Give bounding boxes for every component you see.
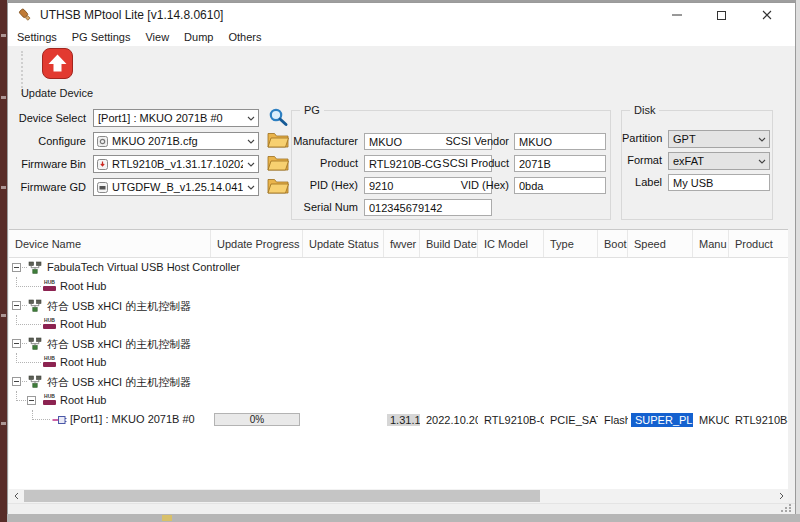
column-type[interactable]: Type xyxy=(544,230,598,257)
usb-controller-icon xyxy=(28,261,42,274)
menu-others[interactable]: Others xyxy=(228,31,261,43)
scsi-vendor-field[interactable] xyxy=(514,133,606,150)
close-button[interactable] xyxy=(744,3,789,27)
tree-row-controller[interactable]: 符合 USB xHCI 的主机控制器 xyxy=(9,296,788,315)
background-bottom-strip xyxy=(7,514,800,522)
device-cell-update-status xyxy=(303,410,384,429)
folder-icon xyxy=(267,154,289,174)
update-device-button[interactable]: Update Device xyxy=(20,48,94,99)
firmware-gd-dropdown[interactable]: UTGDFW_B_v1.25.14.041521.bin xyxy=(93,178,259,196)
usb-stick-icon xyxy=(18,8,33,23)
maximize-button[interactable] xyxy=(699,3,744,27)
device-select-label: Device Select xyxy=(16,109,86,127)
scrollbar-thumb[interactable] xyxy=(24,490,540,502)
title-bar: UTHSB MPtool Lite [v1.14.8.0610] xyxy=(8,3,795,27)
column-fwver[interactable]: fwver xyxy=(384,230,420,257)
column-product[interactable]: Product xyxy=(729,230,788,257)
status-bar xyxy=(8,503,795,514)
tree-row-root-hub[interactable]: HUB Root Hub xyxy=(9,353,788,372)
tree-row-controller[interactable]: 符合 USB xHCI 的主机控制器 xyxy=(9,334,788,353)
fwver-value: 1.31.17 xyxy=(387,414,420,426)
tree-node-label: Root Hub xyxy=(60,318,106,330)
background-window-left-strip xyxy=(0,0,7,522)
column-boot[interactable]: Boot xyxy=(598,230,628,257)
root-hub-icon: HUB xyxy=(42,356,57,367)
device-select-row: Device Select [Port1] : MKUO 2071B #0 xyxy=(16,109,286,127)
column-build-date[interactable]: Build Date xyxy=(420,230,478,257)
vid-hex-field[interactable] xyxy=(514,177,606,194)
scroll-right-arrow-icon[interactable] xyxy=(774,489,788,503)
collapse-toggle-icon[interactable] xyxy=(12,377,21,386)
firmware-bin-row: Firmware Bin RTL9210B_v1.31.17.102022.bi… xyxy=(16,155,286,173)
usb-controller-icon xyxy=(28,375,42,388)
firmware-bin-label: Firmware Bin xyxy=(16,155,86,173)
tree-row-root-hub[interactable]: HUB Root Hub xyxy=(9,315,788,334)
tree-row-root-hub[interactable]: HUB Root Hub xyxy=(9,277,788,296)
pid-hex-label: PID (Hex) xyxy=(292,177,358,194)
volume-label-field[interactable] xyxy=(668,174,770,191)
table-header: Device Name Update Progress Update Statu… xyxy=(9,230,788,258)
menu-pg-settings[interactable]: PG Settings xyxy=(72,31,131,43)
update-progress-bar: 0% xyxy=(214,413,300,426)
vid-hex-label: VID (Hex) xyxy=(437,177,509,194)
pg-legend: PG xyxy=(300,104,324,116)
serial-num-field[interactable] xyxy=(364,199,492,216)
collapse-toggle-icon[interactable] xyxy=(27,396,36,405)
tree-node-label: 符合 USB xHCI 的主机控制器 xyxy=(47,299,191,314)
browse-configure-button[interactable] xyxy=(264,130,292,152)
menu-bar: Settings PG Settings View Dump Others xyxy=(8,27,795,46)
window-title: UTHSB MPtool Lite [v1.14.8.0610] xyxy=(40,8,223,22)
label-label: Label xyxy=(622,174,662,191)
tree-row-controller[interactable]: 符合 USB xHCI 的主机控制器 xyxy=(9,372,788,391)
minimize-button[interactable] xyxy=(654,3,699,27)
product-label: Product xyxy=(292,155,358,172)
scsi-product-field[interactable] xyxy=(514,155,606,172)
firmware-gd-row: Firmware GD UTGDFW_B_v1.25.14.041521.bin xyxy=(16,178,286,196)
background-glyph xyxy=(1,422,6,425)
menu-settings[interactable]: Settings xyxy=(17,31,57,43)
column-ic-model[interactable]: IC Model xyxy=(478,230,544,257)
search-icon xyxy=(267,107,289,130)
menu-view[interactable]: View xyxy=(145,31,169,43)
device-cell-type: PCIE_SATA xyxy=(544,410,598,429)
configure-dropdown[interactable]: MKUO 2071B.cfg xyxy=(93,132,259,150)
chevron-down-icon xyxy=(243,185,258,190)
chevron-down-icon xyxy=(243,139,258,144)
tree-node-label: Root Hub xyxy=(60,280,106,292)
update-device-label: Update Device xyxy=(21,87,93,99)
serial-num-label: Serial Num xyxy=(292,199,358,216)
chevron-down-icon xyxy=(243,116,258,121)
device-cell-manu: MKUO xyxy=(693,410,729,429)
background-glyph xyxy=(1,96,6,99)
tree-row-root-hub[interactable]: HUB Root Hub xyxy=(9,391,788,410)
column-speed[interactable]: Speed xyxy=(628,230,693,257)
collapse-toggle-icon[interactable] xyxy=(12,339,21,348)
table-body: FabulaTech Virtual USB Host Controller H… xyxy=(9,258,788,429)
root-hub-icon: HUB xyxy=(42,280,57,291)
root-hub-icon: HUB xyxy=(42,318,57,329)
tree-row-device[interactable]: [Port1] : MKUO 2071B #0 0% 1.31.17 2022.… xyxy=(9,410,788,429)
column-update-status[interactable]: Update Status xyxy=(303,230,384,257)
horizontal-scrollbar[interactable] xyxy=(9,489,788,503)
device-node-label: [Port1] : MKUO 2071B #0 xyxy=(70,413,195,425)
menu-dump[interactable]: Dump xyxy=(184,31,213,43)
collapse-toggle-icon[interactable] xyxy=(12,301,21,310)
scroll-left-arrow-icon[interactable] xyxy=(9,489,23,503)
usb-device-icon xyxy=(52,414,67,426)
tree-row-controller[interactable]: FabulaTech Virtual USB Host Controller xyxy=(9,258,788,277)
column-device-name[interactable]: Device Name xyxy=(9,230,211,257)
search-device-button[interactable] xyxy=(264,107,292,129)
background-glyph xyxy=(1,314,6,317)
format-dropdown[interactable]: exFAT xyxy=(668,152,770,170)
column-update-progress[interactable]: Update Progress xyxy=(211,230,303,257)
device-select-dropdown[interactable]: [Port1] : MKUO 2071B #0 xyxy=(93,109,259,127)
browse-firmware-bin-button[interactable] xyxy=(264,153,292,175)
device-cell-product: RTL9210B-CG xyxy=(729,410,788,429)
device-cell-speed: SUPER_PLUS xyxy=(628,410,693,429)
collapse-toggle-icon[interactable] xyxy=(12,263,21,272)
device-cell-ic-model: RTL9210B-CG xyxy=(478,410,544,429)
firmware-bin-dropdown[interactable]: RTL9210B_v1.31.17.102022.bin xyxy=(93,155,259,173)
partition-dropdown[interactable]: GPT xyxy=(668,130,770,148)
column-manu[interactable]: Manu xyxy=(693,230,729,257)
browse-firmware-gd-button[interactable] xyxy=(264,176,292,198)
